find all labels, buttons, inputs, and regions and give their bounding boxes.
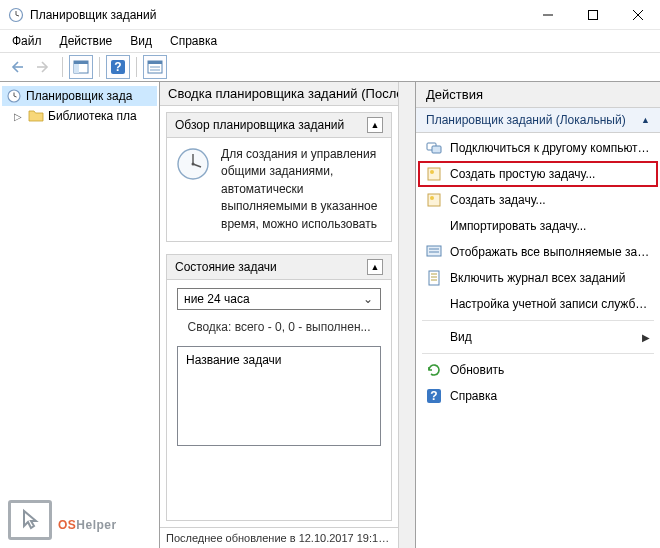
action-label: Импортировать задачу... [450,219,650,233]
journal-icon [426,270,442,286]
toolbar-panel-button[interactable] [69,55,93,79]
svg-rect-29 [427,246,441,256]
action-view[interactable]: Вид ▶ [418,324,658,350]
blank-icon [426,218,442,234]
status-bar: Последнее обновление в 12.10.2017 19:12:… [160,527,398,548]
period-value: ние 24 часа [184,292,250,306]
summary-text: Сводка: всего - 0, 0 - выполнен... [177,320,381,334]
chevron-down-icon: ⌄ [360,292,376,306]
action-create-task[interactable]: Создать задачу... [418,187,658,213]
action-label: Подключиться к другому компьюте... [450,141,650,155]
menu-help[interactable]: Справка [162,32,225,50]
action-label: Вид [450,330,634,344]
close-button[interactable] [615,0,660,30]
state-section: Состояние задачи ▲ ние 24 часа ⌄ Сводка:… [166,254,392,521]
minimize-button[interactable] [525,0,570,30]
help-icon: ? [426,388,442,404]
wizard-icon [426,192,442,208]
menu-view[interactable]: Вид [122,32,160,50]
tree-library-label: Библиотека пла [48,109,137,123]
expand-icon[interactable]: ▷ [12,110,24,122]
svg-point-28 [430,196,434,200]
action-show-running[interactable]: Отображать все выполняемые задачи [418,239,658,265]
actions-pane: Действия Планировщик заданий (Локальный)… [416,82,660,548]
state-title: Состояние задачи [175,260,277,274]
clock-icon [8,7,24,23]
action-import-task[interactable]: Импортировать задачу... [418,213,658,239]
tree-root-label: Планировщик зада [26,89,132,103]
action-label: Настройка учетной записи службы ... [450,297,650,311]
action-service-account[interactable]: Настройка учетной записи службы ... [418,291,658,317]
clock-icon [6,88,22,104]
task-name-column: Название задачи [186,353,282,367]
forward-button[interactable] [32,55,56,79]
folder-icon [28,108,44,124]
action-label: Отображать все выполняемые задачи [450,245,650,259]
toolbar-separator [62,57,63,77]
scrollbar[interactable] [398,82,415,548]
svg-rect-25 [428,168,440,180]
toolbar: ? [0,52,660,82]
collapse-icon: ▲ [641,115,650,125]
svg-rect-24 [432,146,441,153]
action-enable-history[interactable]: Включить журнал всех заданий [418,265,658,291]
connect-icon [426,140,442,156]
actions-header: Действия [416,82,660,108]
svg-point-26 [430,170,434,174]
actions-subheader[interactable]: Планировщик заданий (Локальный) ▲ [416,108,660,133]
action-label: Создать простую задачу... [450,167,650,181]
action-refresh[interactable]: Обновить [418,357,658,383]
menu-action[interactable]: Действие [52,32,121,50]
action-create-basic-task[interactable]: Создать простую задачу... [418,161,658,187]
overview-title: Обзор планировщика заданий [175,118,344,132]
wizard-icon [426,166,442,182]
period-combo[interactable]: ние 24 часа ⌄ [177,288,381,310]
menu-bar: Файл Действие Вид Справка [0,30,660,52]
toolbar-view-button[interactable] [143,55,167,79]
task-list[interactable]: Название задачи [177,346,381,446]
summary-header: Сводка планировщика заданий (Последнее [160,82,398,106]
window-title: Планировщик заданий [30,8,525,22]
overview-section: Обзор планировщика заданий ▲ Для создани… [166,112,392,242]
main-body: Планировщик зада ▷ Библиотека пла Сводка… [0,82,660,548]
refresh-icon [426,362,442,378]
collapse-button[interactable]: ▲ [367,117,383,133]
submenu-arrow-icon: ▶ [642,332,650,343]
blank-icon [426,296,442,312]
svg-rect-9 [74,64,79,73]
svg-rect-32 [429,271,439,285]
maximize-button[interactable] [570,0,615,30]
blank-icon [426,329,442,345]
svg-rect-4 [588,10,597,19]
back-button[interactable] [4,55,28,79]
action-list: Подключиться к другому компьюте... Созда… [416,133,660,548]
window-controls [525,0,660,30]
toolbar-separator [99,57,100,77]
svg-text:?: ? [430,389,437,403]
action-label: Включить журнал всех заданий [450,271,650,285]
clock-icon [175,146,211,182]
svg-rect-13 [148,61,162,64]
svg-rect-27 [428,194,440,206]
tree-library[interactable]: ▷ Библиотека пла [2,106,157,126]
tree-root[interactable]: Планировщик зада [2,86,157,106]
separator [422,320,654,321]
svg-text:?: ? [114,60,121,74]
menu-file[interactable]: Файл [4,32,50,50]
title-bar: Планировщик заданий [0,0,660,30]
action-connect[interactable]: Подключиться к другому компьюте... [418,135,658,161]
toolbar-help-button[interactable]: ? [106,55,130,79]
action-label: Обновить [450,363,650,377]
overview-text: Для создания и управления общими задания… [221,146,383,233]
tree-pane: Планировщик зада ▷ Библиотека пла [0,82,160,548]
svg-rect-8 [74,61,88,64]
separator [422,353,654,354]
display-icon [426,244,442,260]
collapse-button[interactable]: ▲ [367,259,383,275]
action-help[interactable]: ? Справка [418,383,658,409]
action-label: Справка [450,389,650,403]
toolbar-separator [136,57,137,77]
actions-subheader-label: Планировщик заданий (Локальный) [426,113,626,127]
action-label: Создать задачу... [450,193,650,207]
summary-pane: Сводка планировщика заданий (Последнее О… [160,82,416,548]
